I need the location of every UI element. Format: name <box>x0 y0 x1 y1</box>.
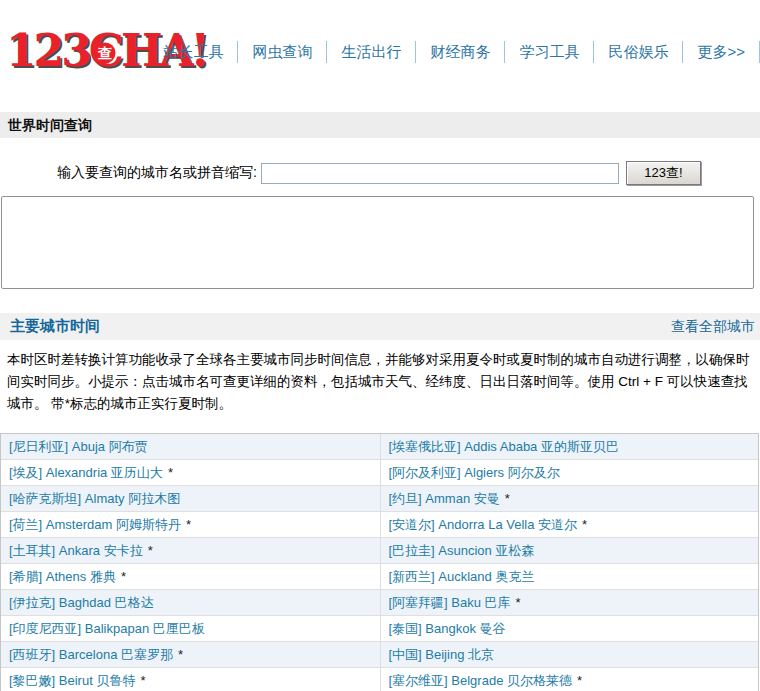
city-cell[interactable]: [伊拉克] Baghdad 巴格达 <box>1 590 380 615</box>
city-cell[interactable]: [黎巴嫩] Beirut 贝鲁特* <box>1 668 380 691</box>
city-link[interactable]: [西班牙] Barcelona 巴塞罗那 <box>9 647 173 662</box>
nav-item-more[interactable]: 更多>> <box>683 41 760 63</box>
city-link[interactable]: [新西兰] Auckland 奥克兰 <box>389 569 535 584</box>
city-link[interactable]: [土耳其] Ankara 安卡拉 <box>9 543 143 558</box>
city-cell[interactable]: [泰国] Bangkok 曼谷 <box>380 616 759 641</box>
city-cell[interactable]: [荷兰] Amsterdam 阿姆斯特丹* <box>1 512 380 537</box>
city-cell[interactable]: [巴拉圭] Asuncion 亚松森 <box>380 538 759 563</box>
table-row: [土耳其] Ankara 安卡拉* [巴拉圭] Asuncion 亚松森 <box>1 538 758 564</box>
section-title: 主要城市时间 <box>0 317 100 336</box>
page-title: 世界时间查询 <box>0 112 760 138</box>
view-all-cities-link[interactable]: 查看全部城市 <box>671 318 760 336</box>
search-button[interactable]: 123查! <box>626 161 701 185</box>
city-link[interactable]: [希腊] Athens 雅典 <box>9 569 116 584</box>
city-cell[interactable]: [印度尼西亚] Balikpapan 巴厘巴板 <box>1 616 380 641</box>
city-link[interactable]: [泰国] Bangkok 曼谷 <box>389 621 506 636</box>
city-link[interactable]: [中国] Beijing 北京 <box>389 647 494 662</box>
results-box <box>1 196 754 289</box>
city-cell[interactable]: [西班牙] Barcelona 巴塞罗那* <box>1 642 380 667</box>
city-link[interactable]: [巴拉圭] Asuncion 亚松森 <box>389 543 535 558</box>
table-row: [黎巴嫩] Beirut 贝鲁特* [塞尔维亚] Belgrade 贝尔格莱德* <box>1 668 758 691</box>
city-link[interactable]: [埃塞俄比亚] Addis Ababa 亚的斯亚贝巴 <box>389 439 619 454</box>
section-header: 主要城市时间 查看全部城市 <box>0 313 760 340</box>
city-cell[interactable]: [阿尔及利亚] Algiers 阿尔及尔 <box>380 460 759 485</box>
dst-marker: * <box>505 491 510 506</box>
city-link[interactable]: [埃及] Alexandria 亚历山大 <box>9 465 163 480</box>
city-cell[interactable]: [塞尔维亚] Belgrade 贝尔格莱德* <box>380 668 759 691</box>
nav-item-finance-business[interactable]: 财经商务 <box>416 41 505 63</box>
city-link[interactable]: [荷兰] Amsterdam 阿姆斯特丹 <box>9 517 181 532</box>
table-row: [哈萨克斯坦] Almaty 阿拉木图 [约旦] Amman 安曼* <box>1 486 758 512</box>
nav-item-folk-entertainment[interactable]: 民俗娱乐 <box>594 41 683 63</box>
nav-item-life-travel[interactable]: 生活出行 <box>327 41 416 63</box>
city-cell[interactable]: [中国] Beijing 北京 <box>380 642 759 667</box>
dst-marker: * <box>140 673 145 688</box>
dst-marker: * <box>121 569 126 584</box>
search-row: 输入要查询的城市名或拼音缩写: 123查! <box>0 160 760 186</box>
city-cell[interactable]: [埃塞俄比亚] Addis Ababa 亚的斯亚贝巴 <box>380 434 759 459</box>
nav-item-webmaster-tools[interactable]: 站长工具 <box>149 41 238 63</box>
city-cell[interactable]: [土耳其] Ankara 安卡拉* <box>1 538 380 563</box>
city-cell[interactable]: [安道尔] Andorra La Vella 安道尔* <box>380 512 759 537</box>
dst-marker: * <box>516 595 521 610</box>
logo-cha-seal-icon: 查 <box>94 43 115 64</box>
dst-marker: * <box>168 465 173 480</box>
city-link[interactable]: [塞尔维亚] Belgrade 贝尔格莱德 <box>389 673 573 688</box>
dst-marker: * <box>582 517 587 532</box>
city-cell[interactable]: [尼日利亚] Abuja 阿布贾 <box>1 434 380 459</box>
table-row: [埃及] Alexandria 亚历山大* [阿尔及利亚] Algiers 阿尔… <box>1 460 758 486</box>
page: 123C查HA! 站长工具 网虫查询 生活出行 财经商务 学习工具 民俗娱乐 更… <box>0 0 760 691</box>
logo-c: C查 <box>89 26 121 76</box>
city-table: [尼日利亚] Abuja 阿布贾 [埃塞俄比亚] Addis Ababa 亚的斯… <box>0 433 759 691</box>
city-cell[interactable]: [新西兰] Auckland 奥克兰 <box>380 564 759 589</box>
search-label: 输入要查询的城市名或拼音缩写: <box>57 164 257 182</box>
table-row: [伊拉克] Baghdad 巴格达 [阿塞拜疆] Baku 巴库* <box>1 590 758 616</box>
city-link[interactable]: [黎巴嫩] Beirut 贝鲁特 <box>9 673 135 688</box>
table-row: [希腊] Athens 雅典* [新西兰] Auckland 奥克兰 <box>1 564 758 590</box>
city-link[interactable]: [阿塞拜疆] Baku 巴库 <box>389 595 511 610</box>
top-nav: 站长工具 网虫查询 生活出行 财经商务 学习工具 民俗娱乐 更多>> <box>149 38 760 66</box>
city-link[interactable]: [尼日利亚] Abuja 阿布贾 <box>9 439 148 454</box>
city-cell[interactable]: [哈萨克斯坦] Almaty 阿拉木图 <box>1 486 380 511</box>
city-link[interactable]: [约旦] Amman 安曼 <box>389 491 500 506</box>
dst-marker: * <box>186 517 191 532</box>
city-cell[interactable]: [阿塞拜疆] Baku 巴库* <box>380 590 759 615</box>
logo-123: 123 <box>6 25 89 76</box>
city-link[interactable]: [哈萨克斯坦] Almaty 阿拉木图 <box>9 491 180 506</box>
dst-marker: * <box>577 673 582 688</box>
city-cell[interactable]: [希腊] Athens 雅典* <box>1 564 380 589</box>
city-search-input[interactable] <box>261 163 619 184</box>
table-row: [印度尼西亚] Balikpapan 巴厘巴板 [泰国] Bangkok 曼谷 <box>1 616 758 642</box>
city-link[interactable]: [印度尼西亚] Balikpapan 巴厘巴板 <box>9 621 205 636</box>
table-row: [荷兰] Amsterdam 阿姆斯特丹* [安道尔] Andorra La V… <box>1 512 758 538</box>
dst-marker: * <box>178 647 183 662</box>
city-cell[interactable]: [约旦] Amman 安曼* <box>380 486 759 511</box>
city-link[interactable]: [阿尔及利亚] Algiers 阿尔及尔 <box>389 465 560 480</box>
dst-marker: * <box>148 543 153 558</box>
city-link[interactable]: [安道尔] Andorra La Vella 安道尔 <box>389 517 578 532</box>
nav-item-netizen-query[interactable]: 网虫查询 <box>238 41 327 63</box>
table-row: [尼日利亚] Abuja 阿布贾 [埃塞俄比亚] Addis Ababa 亚的斯… <box>1 434 758 460</box>
nav-item-study-tools[interactable]: 学习工具 <box>505 41 594 63</box>
city-link[interactable]: [伊拉克] Baghdad 巴格达 <box>9 595 154 610</box>
table-row: [西班牙] Barcelona 巴塞罗那* [中国] Beijing 北京 <box>1 642 758 668</box>
description-text: 本时区时差转换计算功能收录了全球各主要城市同步时间信息，并能够对采用夏令时或夏时… <box>7 349 755 415</box>
city-cell[interactable]: [埃及] Alexandria 亚历山大* <box>1 460 380 485</box>
